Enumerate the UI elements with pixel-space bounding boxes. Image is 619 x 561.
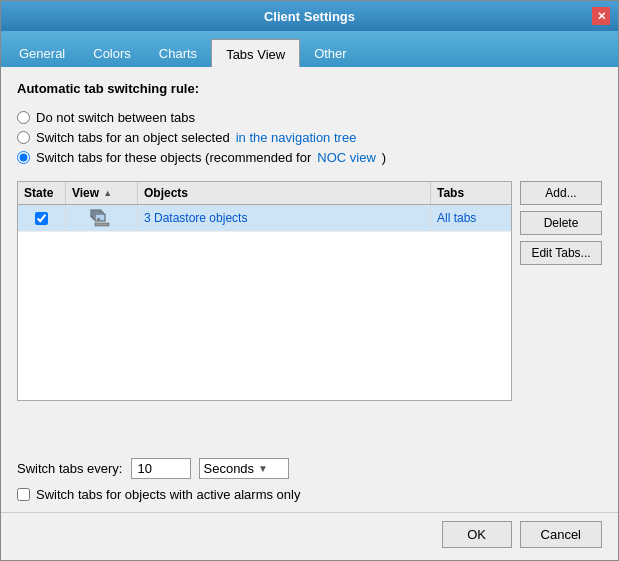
- tab-other[interactable]: Other: [300, 39, 361, 67]
- radio-label-3-blue: NOC view: [317, 150, 376, 165]
- seconds-dropdown[interactable]: Seconds ▼: [199, 458, 289, 479]
- table-body: 3 Datastore objects All tabs: [18, 205, 511, 400]
- row-objects-cell: 3 Datastore objects: [138, 205, 431, 231]
- radio-these-objects[interactable]: [17, 151, 30, 164]
- radio-item-2[interactable]: Switch tabs for an object selected in th…: [17, 130, 602, 145]
- table-header: State View ▲ Objects Tabs: [18, 182, 511, 205]
- side-buttons: Add... Delete Edit Tabs...: [520, 181, 602, 446]
- tab-charts[interactable]: Charts: [145, 39, 211, 67]
- dropdown-arrow-icon: ▼: [258, 463, 268, 474]
- radio-label-3-post: ): [382, 150, 386, 165]
- radio-item-1[interactable]: Do not switch between tabs: [17, 110, 602, 125]
- radio-label-2-pre: Switch tabs for an object selected: [36, 130, 230, 145]
- row-view-cell: [66, 205, 138, 231]
- col-objects: Objects: [138, 182, 431, 204]
- radio-label-3-pre: Switch tabs for these objects (recommend…: [36, 150, 311, 165]
- radio-label-2-blue: in the navigation tree: [236, 130, 357, 145]
- radio-nav-tree[interactable]: [17, 131, 30, 144]
- alarm-label: Switch tabs for objects with active alar…: [36, 487, 300, 502]
- content-area: Automatic tab switching rule: Do not swi…: [1, 67, 618, 512]
- tab-general[interactable]: General: [5, 39, 79, 67]
- close-button[interactable]: ✕: [592, 7, 610, 25]
- radio-label-1: Do not switch between tabs: [36, 110, 195, 125]
- radio-group: Do not switch between tabs Switch tabs f…: [17, 110, 602, 165]
- rule-label: Automatic tab switching rule:: [17, 81, 602, 96]
- row-state-cell[interactable]: [18, 205, 66, 231]
- radio-item-3[interactable]: Switch tabs for these objects (recommend…: [17, 150, 602, 165]
- row-tabs-cell: All tabs: [431, 205, 511, 231]
- objects-table: State View ▲ Objects Tabs: [17, 181, 512, 401]
- footer: OK Cancel: [1, 512, 618, 560]
- delete-button[interactable]: Delete: [520, 211, 602, 235]
- tab-colors[interactable]: Colors: [79, 39, 145, 67]
- tab-tabs-view[interactable]: Tabs View: [211, 39, 300, 69]
- dropdown-label: Seconds: [204, 461, 255, 476]
- add-button[interactable]: Add...: [520, 181, 602, 205]
- edit-tabs-button[interactable]: Edit Tabs...: [520, 241, 602, 265]
- svg-rect-4: [95, 223, 109, 226]
- ok-button[interactable]: OK: [442, 521, 512, 548]
- tab-bar: General Colors Charts Tabs View Other: [1, 31, 618, 67]
- switch-row: Switch tabs every: 10 Seconds ▼: [17, 458, 602, 479]
- window-title: Client Settings: [27, 9, 592, 24]
- alarm-row: Switch tabs for objects with active alar…: [17, 487, 602, 502]
- bottom-controls: Switch tabs every: 10 Seconds ▼ Switch t…: [17, 458, 602, 502]
- col-view[interactable]: View ▲: [66, 182, 138, 204]
- col-tabs: Tabs: [431, 182, 511, 204]
- main-window: Client Settings ✕ General Colors Charts …: [0, 0, 619, 561]
- table-row[interactable]: 3 Datastore objects All tabs: [18, 205, 511, 232]
- title-bar: Client Settings ✕: [1, 1, 618, 31]
- svg-rect-3: [97, 218, 100, 221]
- switch-label: Switch tabs every:: [17, 461, 123, 476]
- cancel-button[interactable]: Cancel: [520, 521, 602, 548]
- row-state-checkbox[interactable]: [35, 212, 48, 225]
- alarm-checkbox[interactable]: [17, 488, 30, 501]
- sort-icon: ▲: [103, 188, 112, 198]
- table-area: State View ▲ Objects Tabs: [17, 181, 602, 446]
- radio-no-switch[interactable]: [17, 111, 30, 124]
- col-state: State: [18, 182, 66, 204]
- switch-value-input[interactable]: 10: [131, 458, 191, 479]
- datastore-icon: [90, 209, 114, 227]
